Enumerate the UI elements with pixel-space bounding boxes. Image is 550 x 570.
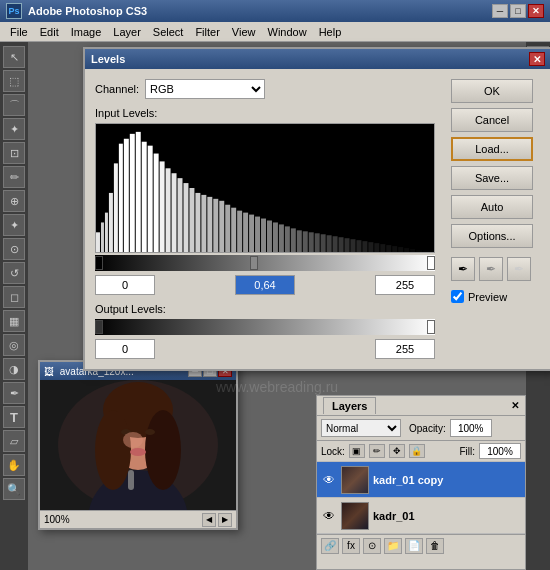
preview-checkbox[interactable] (451, 290, 464, 303)
svg-rect-41 (333, 236, 338, 252)
output-white-handle[interactable] (427, 320, 435, 334)
menu-help[interactable]: Help (313, 25, 348, 39)
selection-tool[interactable]: ⬚ (3, 70, 25, 92)
dodge-tool[interactable]: ◑ (3, 358, 25, 380)
image-prev-button[interactable]: ◀ (202, 513, 216, 527)
blend-mode-select[interactable]: Normal Multiply Screen (321, 419, 401, 437)
output-max-field[interactable] (375, 339, 435, 359)
add-style-button[interactable]: fx (342, 538, 360, 554)
shape-tool[interactable]: ▱ (3, 430, 25, 452)
opacity-input[interactable] (450, 419, 492, 437)
zoom-tool[interactable]: 🔍 (3, 478, 25, 500)
ok-button[interactable]: OK (451, 79, 533, 103)
load-button[interactable]: Load... (451, 137, 533, 161)
input-max-field[interactable] (375, 275, 435, 295)
brush-tool[interactable]: ✦ (3, 214, 25, 236)
crop-tool[interactable]: ⊡ (3, 142, 25, 164)
link-layers-button[interactable]: 🔗 (321, 538, 339, 554)
output-black-handle[interactable] (95, 320, 103, 334)
svg-rect-26 (243, 213, 248, 252)
menu-edit[interactable]: Edit (34, 25, 65, 39)
lock-paint-button[interactable]: ✏ (369, 444, 385, 458)
pen-tool[interactable]: ✒ (3, 382, 25, 404)
svg-rect-17 (189, 188, 194, 252)
heal-tool[interactable]: ⊕ (3, 190, 25, 212)
menu-filter[interactable]: Filter (189, 25, 225, 39)
layer-visibility-0[interactable]: 👁 (321, 472, 337, 488)
white-eyedropper-button[interactable]: ✒ (507, 257, 531, 281)
move-tool[interactable]: ↖ (3, 46, 25, 68)
minimize-button[interactable]: ─ (492, 4, 508, 18)
input-mid-field[interactable] (235, 275, 295, 295)
svg-rect-15 (178, 178, 183, 252)
output-min-field[interactable] (95, 339, 155, 359)
options-button[interactable]: Options... (451, 224, 533, 248)
levels-left-panel: Channel: RGB Red Green Blue Input Levels… (95, 79, 441, 359)
clone-tool[interactable]: ⊙ (3, 238, 25, 260)
black-eyedropper-button[interactable]: ✒ (451, 257, 475, 281)
menu-image[interactable]: Image (65, 25, 108, 39)
maximize-button[interactable]: □ (510, 4, 526, 18)
svg-rect-18 (195, 193, 200, 252)
layers-controls: Normal Multiply Screen Opacity: (317, 416, 525, 441)
hand-tool[interactable]: ✋ (3, 454, 25, 476)
svg-rect-2 (105, 213, 108, 252)
fill-input[interactable] (479, 443, 521, 459)
close-button[interactable]: ✕ (528, 4, 544, 18)
eyedropper-tool[interactable]: ✏ (3, 166, 25, 188)
history-tool[interactable]: ↺ (3, 262, 25, 284)
menu-view[interactable]: View (226, 25, 262, 39)
black-point-handle[interactable] (95, 256, 103, 270)
text-tool[interactable]: T (3, 406, 25, 428)
svg-rect-0 (96, 232, 100, 252)
svg-rect-20 (207, 197, 212, 252)
svg-rect-50 (386, 245, 391, 252)
gray-point-handle[interactable] (250, 256, 258, 270)
image-next-button[interactable]: ▶ (218, 513, 232, 527)
app-titlebar: Ps Adobe Photoshop CS3 ─ □ ✕ (0, 0, 550, 22)
auto-button[interactable]: Auto (451, 195, 533, 219)
lock-all-button[interactable]: 🔒 (409, 444, 425, 458)
magic-wand-tool[interactable]: ✦ (3, 118, 25, 140)
lock-move-button[interactable]: ✥ (389, 444, 405, 458)
lock-transparent-button[interactable]: ▣ (349, 444, 365, 458)
output-levels-slider[interactable] (95, 319, 435, 335)
svg-rect-33 (285, 226, 290, 252)
menu-window[interactable]: Window (262, 25, 313, 39)
layer-name-1: kadr_01 (373, 510, 415, 522)
image-content (40, 380, 236, 510)
eraser-tool[interactable]: ◻ (3, 286, 25, 308)
new-group-button[interactable]: 📁 (384, 538, 402, 554)
gray-eyedropper-button[interactable]: ✒ (479, 257, 503, 281)
image-zoom: 100% (44, 514, 70, 525)
menu-layer[interactable]: Layer (107, 25, 147, 39)
svg-point-67 (123, 432, 143, 448)
new-layer-button[interactable]: 📄 (405, 538, 423, 554)
layers-tab[interactable]: Layers (323, 397, 376, 414)
layer-item-1[interactable]: 👁 kadr_01 (317, 498, 525, 534)
input-min-field[interactable] (95, 275, 155, 295)
delete-layer-button[interactable]: 🗑 (426, 538, 444, 554)
blur-tool[interactable]: ◎ (3, 334, 25, 356)
cancel-button[interactable]: Cancel (451, 108, 533, 132)
svg-rect-22 (219, 201, 224, 252)
white-point-handle[interactable] (427, 256, 435, 270)
layers-tab-close[interactable]: ✕ (511, 400, 519, 411)
svg-rect-16 (183, 183, 188, 252)
menu-select[interactable]: Select (147, 25, 190, 39)
lasso-tool[interactable]: ⌒ (3, 94, 25, 116)
svg-rect-31 (273, 222, 278, 252)
layer-visibility-1[interactable]: 👁 (321, 508, 337, 524)
gradient-tool[interactable]: ▦ (3, 310, 25, 332)
layer-item-0[interactable]: 👁 kadr_01 copy (317, 462, 525, 498)
input-levels-slider[interactable] (95, 255, 435, 271)
save-button[interactable]: Save... (451, 166, 533, 190)
channel-select[interactable]: RGB Red Green Blue (145, 79, 265, 99)
image-preview (40, 380, 236, 510)
preview-row: Preview (451, 290, 541, 303)
levels-close-button[interactable]: ✕ (529, 52, 545, 66)
svg-rect-30 (267, 220, 272, 252)
svg-rect-56 (423, 250, 429, 252)
menu-file[interactable]: File (4, 25, 34, 39)
add-mask-button[interactable]: ⊙ (363, 538, 381, 554)
